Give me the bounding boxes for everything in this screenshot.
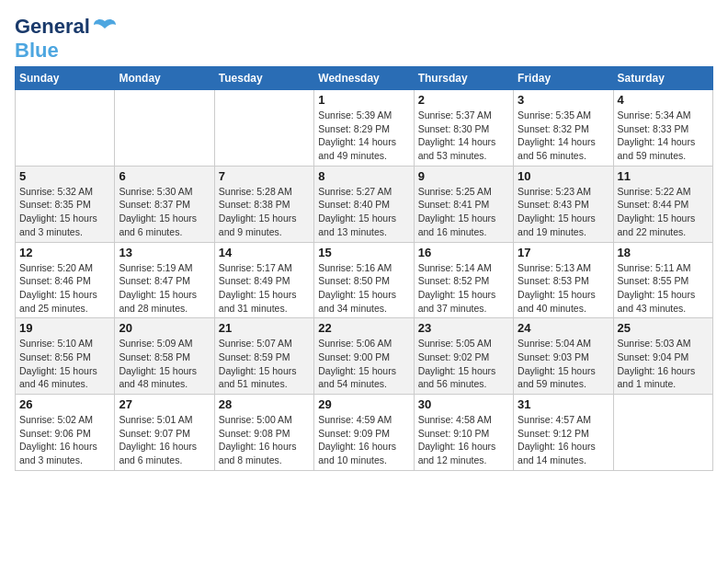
day-cell: 29Sunrise: 4:59 AM Sunset: 9:09 PM Dayli… xyxy=(314,395,414,471)
day-cell: 11Sunrise: 5:22 AM Sunset: 8:44 PM Dayli… xyxy=(613,166,712,242)
day-info: Sunrise: 5:37 AM Sunset: 8:30 PM Dayligh… xyxy=(418,109,509,163)
day-cell: 27Sunrise: 5:01 AM Sunset: 9:07 PM Dayli… xyxy=(115,395,214,471)
day-info: Sunrise: 5:06 AM Sunset: 9:00 PM Dayligh… xyxy=(318,337,409,391)
logo-general: General xyxy=(15,15,90,39)
day-cell xyxy=(115,90,214,167)
day-number: 17 xyxy=(518,246,609,259)
day-number: 3 xyxy=(518,93,609,107)
day-number: 21 xyxy=(219,321,310,335)
day-cell: 10Sunrise: 5:23 AM Sunset: 8:43 PM Dayli… xyxy=(514,166,613,242)
day-number: 5 xyxy=(19,169,110,183)
day-cell: 18Sunrise: 5:11 AM Sunset: 8:55 PM Dayli… xyxy=(613,242,712,318)
day-info: Sunrise: 5:16 AM Sunset: 8:50 PM Dayligh… xyxy=(318,261,409,316)
weekday-header-saturday: Saturday xyxy=(613,67,712,90)
day-cell: 30Sunrise: 4:58 AM Sunset: 9:10 PM Dayli… xyxy=(414,395,513,471)
day-cell: 1Sunrise: 5:39 AM Sunset: 8:29 PM Daylig… xyxy=(314,90,414,167)
day-cell: 14Sunrise: 5:17 AM Sunset: 8:49 PM Dayli… xyxy=(214,242,313,318)
day-number: 13 xyxy=(119,246,210,259)
day-number: 15 xyxy=(318,246,409,259)
day-cell: 31Sunrise: 4:57 AM Sunset: 9:12 PM Dayli… xyxy=(514,395,613,471)
day-info: Sunrise: 5:30 AM Sunset: 8:37 PM Dayligh… xyxy=(119,185,210,239)
day-number: 19 xyxy=(19,321,110,335)
day-info: Sunrise: 5:19 AM Sunset: 8:47 PM Dayligh… xyxy=(119,261,210,316)
day-number: 30 xyxy=(418,397,509,411)
day-cell: 21Sunrise: 5:07 AM Sunset: 8:59 PM Dayli… xyxy=(214,318,313,395)
calendar-table: SundayMondayTuesdayWednesdayThursdayFrid… xyxy=(15,66,713,471)
day-cell: 7Sunrise: 5:28 AM Sunset: 8:38 PM Daylig… xyxy=(214,166,313,242)
day-number: 14 xyxy=(219,246,310,259)
logo: General Blue xyxy=(15,15,118,63)
day-cell: 23Sunrise: 5:05 AM Sunset: 9:02 PM Dayli… xyxy=(414,318,513,395)
day-cell: 13Sunrise: 5:19 AM Sunset: 8:47 PM Dayli… xyxy=(115,242,214,318)
day-cell: 16Sunrise: 5:14 AM Sunset: 8:52 PM Dayli… xyxy=(414,242,513,318)
weekday-header-thursday: Thursday xyxy=(414,67,513,90)
day-info: Sunrise: 5:34 AM Sunset: 8:33 PM Dayligh… xyxy=(618,109,709,163)
day-number: 22 xyxy=(318,321,409,335)
day-number: 12 xyxy=(19,246,110,259)
day-number: 1 xyxy=(318,93,409,107)
day-cell: 22Sunrise: 5:06 AM Sunset: 9:00 PM Dayli… xyxy=(314,318,414,395)
day-cell: 19Sunrise: 5:10 AM Sunset: 8:56 PM Dayli… xyxy=(16,318,115,395)
weekday-header-row: SundayMondayTuesdayWednesdayThursdayFrid… xyxy=(16,67,713,90)
day-info: Sunrise: 5:39 AM Sunset: 8:29 PM Dayligh… xyxy=(318,109,409,163)
day-info: Sunrise: 5:25 AM Sunset: 8:41 PM Dayligh… xyxy=(418,185,509,239)
day-cell: 9Sunrise: 5:25 AM Sunset: 8:41 PM Daylig… xyxy=(414,166,513,242)
day-cell: 12Sunrise: 5:20 AM Sunset: 8:46 PM Dayli… xyxy=(16,242,115,318)
day-info: Sunrise: 5:07 AM Sunset: 8:59 PM Dayligh… xyxy=(219,337,310,391)
day-cell: 6Sunrise: 5:30 AM Sunset: 8:37 PM Daylig… xyxy=(115,166,214,242)
day-cell: 24Sunrise: 5:04 AM Sunset: 9:03 PM Dayli… xyxy=(514,318,613,395)
day-number: 20 xyxy=(119,321,210,335)
day-info: Sunrise: 5:04 AM Sunset: 9:03 PM Dayligh… xyxy=(518,337,609,391)
day-number: 9 xyxy=(418,169,509,183)
weekday-header-wednesday: Wednesday xyxy=(314,67,414,90)
day-info: Sunrise: 5:20 AM Sunset: 8:46 PM Dayligh… xyxy=(19,261,110,316)
logo-blue: Blue xyxy=(15,39,59,62)
day-number: 16 xyxy=(418,246,509,259)
day-cell: 28Sunrise: 5:00 AM Sunset: 9:08 PM Dayli… xyxy=(214,395,313,471)
day-number: 18 xyxy=(618,246,709,259)
day-number: 28 xyxy=(219,397,310,411)
day-info: Sunrise: 4:57 AM Sunset: 9:12 PM Dayligh… xyxy=(518,413,609,467)
day-cell: 2Sunrise: 5:37 AM Sunset: 8:30 PM Daylig… xyxy=(414,90,513,167)
day-info: Sunrise: 5:32 AM Sunset: 8:35 PM Dayligh… xyxy=(19,185,110,239)
day-cell xyxy=(16,90,115,167)
day-info: Sunrise: 4:59 AM Sunset: 9:09 PM Dayligh… xyxy=(318,413,409,467)
day-info: Sunrise: 5:10 AM Sunset: 8:56 PM Dayligh… xyxy=(19,337,110,391)
day-number: 23 xyxy=(418,321,509,335)
day-cell: 25Sunrise: 5:03 AM Sunset: 9:04 PM Dayli… xyxy=(613,318,712,395)
day-cell: 15Sunrise: 5:16 AM Sunset: 8:50 PM Dayli… xyxy=(314,242,414,318)
week-row-1: 1Sunrise: 5:39 AM Sunset: 8:29 PM Daylig… xyxy=(16,90,713,167)
day-number: 26 xyxy=(19,397,110,411)
day-number: 6 xyxy=(119,169,210,183)
day-number: 8 xyxy=(318,169,409,183)
day-info: Sunrise: 5:13 AM Sunset: 8:53 PM Dayligh… xyxy=(518,261,609,316)
day-info: Sunrise: 5:14 AM Sunset: 8:52 PM Dayligh… xyxy=(418,261,509,316)
day-cell xyxy=(214,90,313,167)
day-number: 29 xyxy=(318,397,409,411)
day-info: Sunrise: 5:35 AM Sunset: 8:32 PM Dayligh… xyxy=(518,109,609,163)
weekday-header-friday: Friday xyxy=(514,67,613,90)
day-cell: 3Sunrise: 5:35 AM Sunset: 8:32 PM Daylig… xyxy=(514,90,613,167)
day-number: 2 xyxy=(418,93,509,107)
week-row-3: 12Sunrise: 5:20 AM Sunset: 8:46 PM Dayli… xyxy=(16,242,713,318)
day-info: Sunrise: 4:58 AM Sunset: 9:10 PM Dayligh… xyxy=(418,413,509,467)
day-info: Sunrise: 5:05 AM Sunset: 9:02 PM Dayligh… xyxy=(418,337,509,391)
day-cell: 26Sunrise: 5:02 AM Sunset: 9:06 PM Dayli… xyxy=(16,395,115,471)
week-row-2: 5Sunrise: 5:32 AM Sunset: 8:35 PM Daylig… xyxy=(16,166,713,242)
day-info: Sunrise: 5:23 AM Sunset: 8:43 PM Dayligh… xyxy=(518,185,609,239)
day-info: Sunrise: 5:22 AM Sunset: 8:44 PM Dayligh… xyxy=(618,185,709,239)
day-info: Sunrise: 5:11 AM Sunset: 8:55 PM Dayligh… xyxy=(618,261,709,316)
day-cell: 4Sunrise: 5:34 AM Sunset: 8:33 PM Daylig… xyxy=(613,90,712,167)
day-info: Sunrise: 5:01 AM Sunset: 9:07 PM Dayligh… xyxy=(119,413,210,467)
day-cell xyxy=(613,395,712,471)
logo-bird-icon xyxy=(92,17,118,36)
day-info: Sunrise: 5:28 AM Sunset: 8:38 PM Dayligh… xyxy=(219,185,310,239)
day-info: Sunrise: 5:17 AM Sunset: 8:49 PM Dayligh… xyxy=(219,261,310,316)
day-info: Sunrise: 5:27 AM Sunset: 8:40 PM Dayligh… xyxy=(318,185,409,239)
weekday-header-tuesday: Tuesday xyxy=(214,67,313,90)
day-number: 27 xyxy=(119,397,210,411)
week-row-5: 26Sunrise: 5:02 AM Sunset: 9:06 PM Dayli… xyxy=(16,395,713,471)
weekday-header-monday: Monday xyxy=(115,67,214,90)
day-cell: 17Sunrise: 5:13 AM Sunset: 8:53 PM Dayli… xyxy=(514,242,613,318)
day-cell: 8Sunrise: 5:27 AM Sunset: 8:40 PM Daylig… xyxy=(314,166,414,242)
